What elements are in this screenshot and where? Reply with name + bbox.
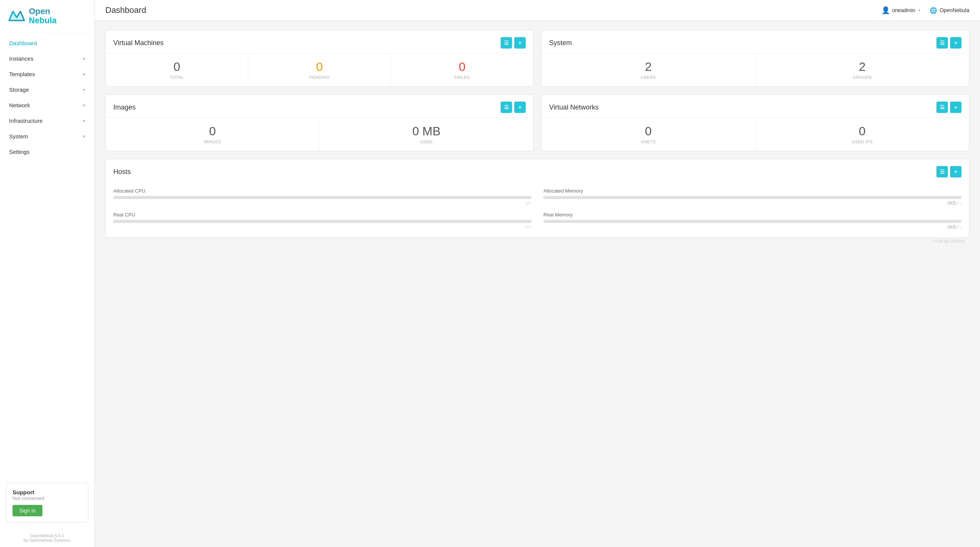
sidebar-item-label: Network [9, 102, 30, 108]
hosts-card-content: Allocated CPU - / - Allocated Memory 0KB… [106, 182, 969, 237]
sidebar-nav: Dashboard Instances ▾ Templates ▾ Storag… [0, 32, 94, 477]
images-used-stat: 0 MB USED [320, 118, 534, 151]
system-groups-stat: 2 GROUPS [756, 53, 969, 86]
chevron-down-icon: ▾ [83, 87, 85, 92]
system-users-stat: 2 USERS [541, 53, 756, 86]
images-add-button[interactable]: + [514, 102, 526, 113]
images-card-header: Images ☰ + [106, 95, 533, 118]
vm-pending-value: 0 [253, 60, 386, 73]
hosts-card-title: Hosts [113, 168, 131, 176]
sidebar-item-dashboard[interactable]: Dashboard [0, 35, 94, 51]
sidebar-item-label: Storage [9, 86, 29, 93]
chevron-down-icon: ▾ [83, 118, 85, 124]
system-card-actions: ☰ + [936, 37, 961, 48]
user-name: oneadmin [892, 7, 916, 13]
sidebar-item-label: Infrastructure [9, 118, 43, 124]
images-used-value: 0 MB [325, 125, 529, 138]
cards-row-2: Images ☰ + 0 IMAGES 0 MB USED [105, 94, 969, 151]
images-card: Images ☰ + 0 IMAGES 0 MB USED [105, 94, 534, 151]
vnet-usedips-stat: 0 USED IPs [756, 118, 969, 151]
allocated-memory-section: Allocated Memory 0KB / - [543, 188, 961, 206]
allocated-cpu-section: Allocated CPU - / - [113, 188, 531, 206]
vnet-vnets-label: VNETS [546, 139, 751, 144]
system-add-button[interactable]: + [950, 37, 961, 48]
images-used-label: USED [325, 139, 529, 144]
sidebar-item-infrastructure[interactable]: Infrastructure ▾ [0, 113, 94, 129]
hosts-add-button[interactable]: + [950, 166, 961, 177]
allocated-cpu-label: Allocated CPU [113, 188, 531, 194]
real-memory-bar-bg [543, 220, 961, 223]
vm-failed-value: 0 [396, 60, 529, 73]
hosts-grid: Allocated CPU - / - Allocated Memory 0KB… [113, 188, 961, 230]
images-count-value: 0 [110, 125, 315, 138]
images-card-actions: ☰ + [501, 102, 526, 113]
page-title: Dashboard [105, 5, 146, 15]
sign-in-button[interactable]: Sign in [13, 505, 43, 516]
sidebar-item-label: Instances [9, 55, 33, 62]
vm-card-title: Virtual Machines [113, 39, 164, 47]
sidebar-item-label: Settings [9, 148, 30, 155]
hosts-card-actions: ☰ + [936, 166, 961, 177]
allocated-cpu-bar-bg [113, 196, 531, 199]
system-card: System ☰ + 2 USERS 2 GROUPS [541, 30, 969, 87]
support-panel: Support Not connected Sign in [6, 483, 88, 523]
images-count-label: IMAGES [110, 139, 315, 144]
vnet-vnets-value: 0 [546, 125, 751, 138]
vm-card: Virtual Machines ☰ + 0 TOTAL 0 PENDING [105, 30, 534, 87]
hosts-list-button[interactable]: ☰ [936, 166, 948, 177]
real-cpu-bar-bg [113, 220, 531, 223]
vm-pending-label: PENDING [253, 75, 386, 80]
sidebar-item-network[interactable]: Network ▾ [0, 97, 94, 113]
vnet-card-actions: ☰ + [936, 102, 961, 113]
by-text: by OpenNebula Systems. [8, 538, 87, 542]
vm-list-button[interactable]: ☰ [501, 37, 512, 48]
sidebar-item-templates[interactable]: Templates ▾ [0, 66, 94, 82]
chevron-down-icon: ▾ [83, 72, 85, 77]
vnet-add-button[interactable]: + [950, 102, 961, 113]
header-right: 👤 oneadmin ▾ 🌐 OpenNebula [881, 6, 969, 14]
sidebar-item-storage[interactable]: Storage ▾ [0, 82, 94, 97]
sidebar-item-system[interactable]: System ▾ [0, 129, 94, 144]
support-status: Not connected [13, 496, 82, 501]
vnet-card-header: Virtual Networks ☰ + [541, 95, 969, 118]
vm-card-header: Virtual Machines ☰ + [106, 30, 533, 53]
allocated-cpu-value: - / - [113, 201, 531, 206]
allocated-memory-label: Allocated Memory [543, 188, 961, 194]
chevron-down-icon: ▾ [83, 56, 85, 61]
vnet-list-button[interactable]: ☰ [936, 102, 948, 113]
vm-failed-stat: 0 FAILED [391, 53, 533, 86]
logo-nebula: Nebula [29, 16, 56, 25]
vm-add-button[interactable]: + [514, 37, 526, 48]
real-cpu-value: - / - [113, 225, 531, 230]
user-dropdown-arrow: ▾ [918, 8, 921, 13]
system-card-stats: 2 USERS 2 GROUPS [541, 53, 969, 86]
sidebar-logo: Open Nebula [0, 0, 94, 32]
logo-open: Open [29, 7, 56, 16]
user-info[interactable]: 👤 oneadmin ▾ [881, 6, 921, 14]
zone-info[interactable]: 🌐 OpenNebula [930, 7, 969, 14]
logo-text: Open Nebula [29, 7, 56, 25]
dashboard-content: Virtual Machines ☰ + 0 TOTAL 0 PENDING [95, 21, 980, 547]
images-list-button[interactable]: ☰ [501, 102, 512, 113]
vm-total-value: 0 [110, 60, 243, 73]
images-count-stat: 0 IMAGES [106, 118, 320, 151]
real-memory-label: Real Memory [543, 212, 961, 218]
vnet-usedips-value: 0 [760, 125, 965, 138]
real-cpu-label: Real CPU [113, 212, 531, 218]
sidebar: Open Nebula Dashboard Instances ▾ Templa… [0, 0, 95, 547]
allocated-memory-value: 0KB / - [543, 201, 961, 206]
vnet-card-stats: 0 VNETS 0 USED IPs [541, 118, 969, 151]
logo-icon [8, 7, 26, 25]
sidebar-item-label: System [9, 133, 28, 139]
vm-total-stat: 0 TOTAL [106, 53, 248, 86]
images-card-stats: 0 IMAGES 0 MB USED [106, 118, 533, 151]
system-list-button[interactable]: ☰ [936, 37, 948, 48]
support-title: Support [13, 489, 82, 496]
sidebar-item-instances[interactable]: Instances ▾ [0, 51, 94, 66]
vm-failed-label: FAILED [396, 75, 529, 80]
real-memory-value: 0KB / - [543, 225, 961, 230]
sidebar-item-settings[interactable]: Settings [0, 144, 94, 159]
real-memory-section: Real Memory 0KB / - [543, 212, 961, 230]
sidebar-item-label: Dashboard [9, 40, 37, 46]
chevron-down-icon: ▾ [83, 103, 85, 108]
